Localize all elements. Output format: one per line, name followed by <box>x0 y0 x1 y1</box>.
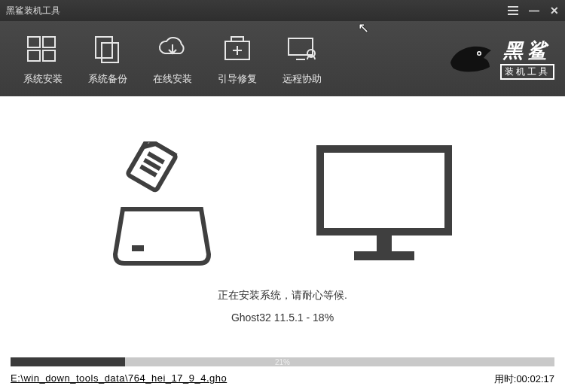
elapsed-time: 用时:00:02:17 <box>494 372 554 386</box>
footer: E:\win_down_tools_data\764_hei_17_9_4.gh… <box>11 372 554 386</box>
illustration-row <box>0 96 565 269</box>
svg-rect-2 <box>28 50 40 61</box>
minimize-button[interactable]: — <box>529 5 539 17</box>
window-controls: — ✕ <box>508 5 559 17</box>
brand-sub: 装机工具 <box>500 64 554 80</box>
disk-file-icon <box>109 141 215 269</box>
first-aid-icon <box>222 32 252 66</box>
tool-boot-repair[interactable]: 引导修复 <box>205 32 270 86</box>
tool-online-install[interactable]: 在线安装 <box>140 32 205 86</box>
tool-system-backup[interactable]: 系统备份 <box>75 32 140 86</box>
progress-bar: 21% <box>11 357 554 366</box>
tool-label: 系统安装 <box>23 72 63 86</box>
svg-rect-23 <box>354 251 414 260</box>
tool-label: 系统备份 <box>88 72 127 86</box>
svg-rect-1 <box>43 37 55 47</box>
svg-rect-11 <box>289 38 313 55</box>
window-title: 黑鲨装机工具 <box>6 5 508 17</box>
tool-remote-assist[interactable]: 远程协助 <box>270 32 334 86</box>
progress-fill <box>11 357 125 366</box>
menu-icon[interactable] <box>508 6 518 15</box>
brand-name: 黑鲨 <box>500 38 554 64</box>
tool-label: 在线安装 <box>153 72 192 86</box>
titlebar: 黑鲨装机工具 — ✕ <box>0 0 565 21</box>
svg-rect-8 <box>231 37 243 41</box>
brand-logo: 黑鲨 装机工具 <box>449 38 554 80</box>
monitor-icon <box>313 141 456 269</box>
svg-point-15 <box>478 53 481 55</box>
svg-rect-4 <box>96 37 112 58</box>
svg-rect-5 <box>102 43 118 62</box>
ghost-progress-text: Ghost32 11.5.1 - 18% <box>0 311 565 324</box>
cloud-download-icon <box>156 32 189 66</box>
svg-rect-22 <box>377 232 392 251</box>
tool-label: 引导修复 <box>218 72 257 86</box>
remote-assist-icon <box>286 32 319 66</box>
file-path-link[interactable]: E:\win_down_tools_data\764_hei_17_9_4.gh… <box>11 372 227 386</box>
close-button[interactable]: ✕ <box>550 5 559 17</box>
shark-icon <box>449 41 493 76</box>
windows-install-icon <box>26 32 60 66</box>
svg-rect-3 <box>43 50 55 61</box>
main-content: 正在安装系统，请耐心等候. Ghost32 11.5.1 - 18% 21% E… <box>0 96 565 392</box>
svg-rect-21 <box>320 149 448 232</box>
toolbar: 系统安装 系统备份 在线安装 引导修复 远程协助 黑鲨 装机工具 <box>0 21 565 96</box>
progress-percent-label: 21% <box>275 358 290 366</box>
backup-icon <box>93 32 123 66</box>
svg-rect-0 <box>28 37 40 47</box>
tool-label: 远程协助 <box>282 72 322 86</box>
status-message: 正在安装系统，请耐心等候. <box>0 289 565 302</box>
tool-system-install[interactable]: 系统安装 <box>11 32 75 86</box>
